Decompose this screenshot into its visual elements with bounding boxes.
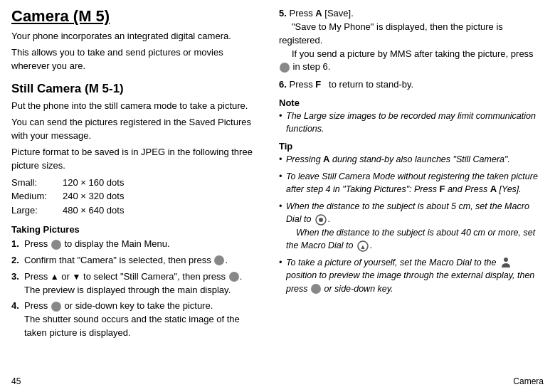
intro-p2: This allows you to take and send picture… <box>11 46 262 73</box>
size-label-medium: Medium: <box>11 189 63 203</box>
step5-num: 5. <box>279 8 287 18</box>
step3-up-icon: ▲ <box>51 272 59 282</box>
size-label-large: Large: <box>11 203 63 218</box>
tip-list: Pressing A during stand-by also launches… <box>279 153 544 295</box>
step5-label: [Save]. <box>324 8 353 18</box>
step4-extra: The shutter sound occurs and the static … <box>24 314 240 338</box>
step3-num: 3. <box>11 270 19 284</box>
size-label-small: Small: <box>11 176 63 190</box>
tip2-key-a: A <box>490 184 497 194</box>
step-1: 1. Press to display the Main Menu. <box>11 238 262 251</box>
title-rest: (M 5) <box>69 7 110 25</box>
step4-num: 4. <box>11 300 19 313</box>
footer-section: Camera <box>513 376 544 386</box>
tip-item-2: To leave Still Camera Mode without regis… <box>279 170 544 196</box>
page-footer: 45 Camera <box>0 376 555 386</box>
intro-p1: Your phone incorporates an integrated di… <box>11 30 262 43</box>
step3-extra: The preview is displayed through the mai… <box>24 285 231 295</box>
page-container: Camera (M 5) Your phone incorporates an … <box>11 7 544 343</box>
step5-line2: If you send a picture by MMS after takin… <box>279 48 534 73</box>
section1-p3: Picture format to be saved is in JPEG in… <box>11 146 262 173</box>
macro-icon-close <box>314 213 327 226</box>
svg-text:▲: ▲ <box>360 243 366 250</box>
title-underline: Camera <box>11 7 69 25</box>
step-4: 4. Press or side-down key to take the pi… <box>11 300 262 340</box>
steps-list: 1. Press to display the Main Menu. 2. Co… <box>11 238 262 340</box>
step3-btn <box>229 272 239 282</box>
step4-btn <box>51 302 61 312</box>
svg-point-4 <box>504 258 508 262</box>
person-icon <box>500 256 512 269</box>
left-column: Camera (M 5) Your phone incorporates an … <box>11 7 275 343</box>
step6-text: to return to stand-by. <box>329 79 413 90</box>
step5-btn <box>280 63 290 73</box>
tip-title: Tip <box>279 141 544 152</box>
section1-title: Still Camera (M 5-1) <box>11 82 262 96</box>
size-value-medium: 240 × 320 dots <box>63 189 124 203</box>
size-value-large: 480 × 640 dots <box>63 203 124 218</box>
step6-key: F <box>315 79 321 90</box>
size-list: Small: 120 × 160 dots Medium: 240 × 320 … <box>11 176 262 218</box>
right-column: 5. Press A [Save]. "Save to My Phone" is… <box>275 7 544 343</box>
macro-icon-far: ▲ <box>356 240 369 253</box>
tip-item-1: Pressing A during stand-by also launches… <box>279 153 544 166</box>
size-row-small: Small: 120 × 160 dots <box>11 176 262 190</box>
section1-p1: Put the phone into the still camera mode… <box>11 100 262 113</box>
right-step5: 5. Press A [Save]. "Save to My Phone" is… <box>279 7 544 74</box>
tip2-key-f: F <box>439 184 445 194</box>
note-block: Note The Large size images to be recorde… <box>279 97 544 135</box>
note-item-1: The Large size images to be recorded may… <box>279 110 544 135</box>
tip-item-4: To take a picture of yourself, set the M… <box>279 256 544 295</box>
step-2: 2. Confirm that "Camera" is selected, th… <box>11 254 262 267</box>
tip4-btn <box>311 284 321 294</box>
right-step6: 6. Press F to return to stand-by. <box>279 78 544 92</box>
step-3: 3. Press ▲ or ▼ to select "Still Camera"… <box>11 270 262 297</box>
note-list: The Large size images to be recorded may… <box>279 110 544 135</box>
size-row-large: Large: 480 × 640 dots <box>11 203 262 218</box>
section1-p2: You can send the pictures registered in … <box>11 116 262 143</box>
step5-key: A <box>315 8 322 18</box>
footer-page-num: 45 <box>11 376 21 386</box>
step2-btn <box>214 255 224 265</box>
tip1-key-a: A <box>323 154 329 164</box>
tip-item-3: When the distance to the subject is abou… <box>279 200 544 253</box>
step2-num: 2. <box>11 254 19 267</box>
step5-line1: "Save to My Phone" is displayed, then th… <box>279 21 503 46</box>
svg-point-1 <box>319 218 323 222</box>
note-title: Note <box>279 97 544 108</box>
step1-btn <box>51 240 61 250</box>
tip-block: Tip Pressing A during stand-by also laun… <box>279 141 544 295</box>
step6-num: 6. <box>279 79 287 90</box>
step1-num: 1. <box>11 238 19 251</box>
step3-down-icon: ▼ <box>73 272 81 282</box>
size-value-small: 120 × 160 dots <box>63 176 124 190</box>
size-row-medium: Medium: 240 × 320 dots <box>11 189 262 203</box>
taking-pictures-title: Taking Pictures <box>11 224 262 235</box>
main-title: Camera (M 5) <box>11 7 262 26</box>
